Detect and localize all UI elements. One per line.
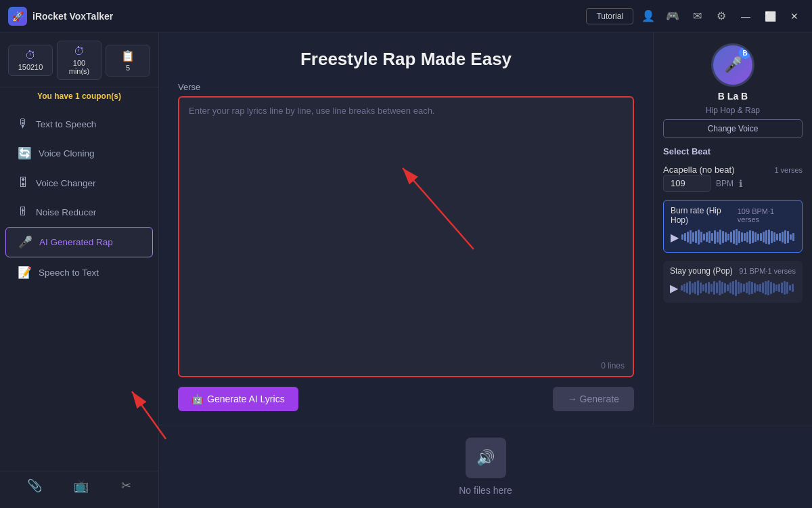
attach-icon[interactable]: 📎 (27, 478, 42, 493)
generate-ai-label: Generate AI Lyrics (207, 394, 285, 404)
beat-1-meta: 109 BPM·1 verses (738, 207, 795, 224)
stat-box-count: 📋 5 (106, 45, 150, 77)
select-beat-label: Select Beat (663, 146, 803, 156)
beat-1-play-button[interactable]: ▶ (671, 231, 679, 244)
change-voice-button[interactable]: Change Voice (663, 119, 803, 138)
beat-card-1[interactable]: Burn rate (Hip Hop) 109 BPM·1 verses ▶ (663, 200, 803, 253)
noise-reducer-icon: 🎚 (18, 205, 29, 219)
beat-2-meta: 91 BPM·1 verses (739, 267, 796, 275)
avatar-badge: B (739, 47, 751, 59)
voice-cloning-label: Voice Cloning (39, 148, 95, 158)
settings-icon[interactable]: ⚙ (712, 7, 731, 26)
scissors-icon[interactable]: ✂ (121, 478, 131, 493)
verse-textarea[interactable] (179, 98, 633, 376)
editor-panel: Freestyle Rap Made Easy Verse 0 lines 🤖 … (159, 33, 653, 425)
minutes-icon: ⏱ (63, 45, 95, 58)
count-value: 5 (112, 64, 144, 72)
ai-rap-label: AI Generated Rap (39, 237, 113, 247)
sidebar-stats: ⏱ 150210 ⏱ 100 min(s) 📋 5 (0, 41, 158, 87)
sidebar: ⏱ 150210 ⏱ 100 min(s) 📋 5 You have 1 cou… (0, 33, 159, 508)
bottom-section: 🔊 No files here (159, 425, 812, 508)
text-to-speech-label: Text to Speech (36, 119, 96, 129)
credits-icon: ⏱ (14, 49, 47, 62)
main-layout: ⏱ 150210 ⏱ 100 min(s) 📋 5 You have 1 cou… (0, 33, 812, 508)
beat-1-name: Burn rate (Hip Hop) (671, 206, 738, 225)
acapella-verses: 1 verses (774, 166, 803, 174)
sidebar-nav: 🎙 Text to Speech 🔄 Voice Cloning 🎛 Voice… (0, 106, 158, 471)
beat-2-waveform: ▶ (670, 278, 796, 297)
avatar: 🎤 B (711, 43, 754, 87)
close-button[interactable]: ✕ (785, 7, 804, 26)
minimize-button[interactable]: — (736, 7, 755, 26)
profile-icon[interactable]: 👤 (639, 7, 658, 26)
app-logo: 🚀 (8, 7, 27, 26)
editor-title: Freestyle Rap Made Easy (178, 49, 634, 70)
text-to-speech-icon: 🎙 (18, 117, 29, 131)
stat-box-minutes: ⏱ 100 min(s) (57, 41, 102, 80)
sidebar-item-voice-changer[interactable]: 🎛 Voice Changer (5, 169, 153, 197)
voice-avatar-section: 🎤 B B La B Hip Hop & Rap Change Voice (663, 43, 803, 138)
sidebar-item-ai-generated-rap[interactable]: 🎤 AI Generated Rap (5, 227, 153, 257)
mail-icon[interactable]: ✉ (687, 7, 706, 26)
sidebar-item-voice-cloning[interactable]: 🔄 Voice Cloning (5, 139, 153, 168)
sidebar-item-text-to-speech[interactable]: 🎙 Text to Speech (5, 110, 153, 138)
voice-name: B La B (718, 91, 748, 102)
sidebar-bottom: 📎 📺 ✂ (0, 471, 158, 500)
speech-to-text-icon: 📝 (18, 266, 32, 280)
no-files-icon: 🔊 (466, 438, 506, 478)
no-files-text: No files here (459, 485, 512, 496)
editor-actions: 🤖 Generate AI Lyrics → Generate (178, 387, 634, 411)
ai-icon: 🤖 (191, 394, 203, 404)
verse-textarea-wrapper: 0 lines (178, 96, 634, 377)
title-bar-actions: Tutorial 👤 🎮 ✉ ⚙ — ⬜ ✕ (586, 7, 804, 26)
beat-1-waveform: ▶ (671, 228, 795, 247)
noise-reducer-label: Noise Reducer (36, 207, 96, 217)
beat-2-play-button[interactable]: ▶ (670, 282, 678, 295)
beat-card-1-header: Burn rate (Hip Hop) 109 BPM·1 verses (671, 206, 795, 225)
voice-genre: Hip Hop & Rap (706, 106, 760, 115)
game-icon[interactable]: 🎮 (663, 7, 682, 26)
acapella-name: Acapella (no beat) (663, 165, 735, 175)
verse-label: Verse (178, 82, 634, 92)
bpm-input[interactable] (663, 175, 710, 192)
content-area: Freestyle Rap Made Easy Verse 0 lines 🤖 … (159, 33, 812, 508)
speaker-icon: 🔊 (476, 449, 495, 467)
bpm-row: BPM ℹ (663, 175, 803, 192)
lines-count: 0 lines (601, 361, 625, 371)
title-bar: 🚀 iRocket VoxTalker Tutorial 👤 🎮 ✉ ⚙ — ⬜… (0, 0, 812, 33)
generate-button: → Generate (553, 387, 634, 411)
voice-cloning-icon: 🔄 (18, 146, 32, 161)
screen-icon[interactable]: 📺 (74, 478, 89, 493)
beat-card-2-header: Stay young (Pop) 91 BPM·1 verses (670, 266, 796, 276)
beat-card-2[interactable]: Stay young (Pop) 91 BPM·1 verses ▶ (663, 261, 803, 303)
bpm-label: BPM (716, 179, 734, 188)
avatar-image: 🎤 B (713, 45, 752, 85)
voice-changer-label: Voice Changer (36, 178, 96, 188)
acapella-section: Acapella (no beat) 1 verses BPM ℹ (663, 165, 803, 192)
tutorial-button[interactable]: Tutorial (586, 8, 633, 24)
speech-to-text-label: Speech to Text (39, 268, 99, 278)
maximize-button[interactable]: ⬜ (761, 7, 780, 26)
ai-rap-icon: 🎤 (18, 235, 32, 249)
generate-ai-button[interactable]: 🤖 Generate AI Lyrics (178, 387, 298, 411)
coupon-bar: You have 1 coupon(s) (0, 87, 158, 106)
right-panel: 🎤 B B La B Hip Hop & Rap Change Voice Se… (653, 33, 812, 425)
info-icon[interactable]: ℹ (739, 178, 742, 189)
beat-2-wave-bars (681, 278, 796, 297)
acapella-row: Acapella (no beat) 1 verses (663, 165, 803, 175)
beat-2-name: Stay young (Pop) (670, 266, 733, 276)
sidebar-item-speech-to-text[interactable]: 📝 Speech to Text (5, 258, 153, 287)
minutes-value: 100 min(s) (63, 59, 95, 75)
credits-value: 150210 (14, 63, 47, 71)
count-icon: 📋 (112, 49, 144, 62)
voice-changer-icon: 🎛 (18, 176, 29, 190)
sidebar-item-noise-reducer[interactable]: 🎚 Noise Reducer (5, 198, 153, 226)
stat-box-credits: ⏱ 150210 (8, 45, 53, 76)
generate-label: → Generate (568, 394, 619, 404)
beat-1-wave-bars (681, 228, 795, 247)
app-title: iRocket VoxTalker (32, 11, 586, 22)
top-section: Freestyle Rap Made Easy Verse 0 lines 🤖 … (159, 33, 812, 425)
